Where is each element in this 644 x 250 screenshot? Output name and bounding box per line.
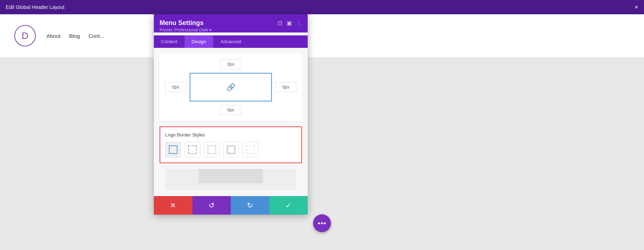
- padding-grid: 🔗: [163, 57, 298, 117]
- border-solid-preview: [169, 145, 177, 154]
- panel-header: Menu Settings ⊡ ▣ ⋮ Preset: Professional…: [154, 14, 308, 32]
- border-none-preview: [246, 145, 255, 154]
- border-styles-label: Logo Border Styles: [165, 132, 296, 138]
- layout-icon-1[interactable]: ⊡: [278, 20, 282, 26]
- border-style-options: [165, 142, 296, 158]
- padding-left-row: [163, 82, 188, 92]
- panel-title-row: Menu Settings ⊡ ▣ ⋮: [160, 19, 302, 27]
- border-styles-section: Logo Border Styles: [160, 126, 302, 163]
- tab-advanced[interactable]: Advanced: [213, 35, 248, 48]
- top-bar-title: Edit Global Header Layout: [6, 4, 64, 10]
- nav-blog[interactable]: Blog: [69, 33, 80, 39]
- preview-strip: [165, 169, 296, 190]
- panel-icon-group: ⊡ ▣ ⋮: [278, 20, 302, 26]
- padding-bottom-input[interactable]: [220, 105, 241, 115]
- border-solid-button[interactable]: [165, 142, 181, 158]
- top-bar: Edit Global Header Layout ×: [0, 0, 644, 14]
- header-preview: D About Blog Cont...: [0, 14, 644, 57]
- padding-left-input[interactable]: [165, 82, 186, 92]
- preview-strip-inner: [199, 169, 263, 183]
- panel-title: Menu Settings: [160, 19, 204, 27]
- fab-dots-icon: •••: [318, 219, 326, 228]
- nav-links: About Blog Cont...: [47, 33, 104, 39]
- panel-preset[interactable]: Preset: Professional Dark: [160, 28, 302, 32]
- border-dashed-button[interactable]: [185, 142, 200, 158]
- padding-top-row: [190, 59, 272, 69]
- padding-right-row: [273, 82, 298, 92]
- padding-section: 🔗: [160, 54, 302, 121]
- panel-tabs: Content Design Advanced: [154, 35, 308, 48]
- link-icon: 🔗: [226, 83, 235, 91]
- panel-body: 🔗 Logo Border Styles: [154, 48, 308, 196]
- border-double-preview: [227, 145, 235, 154]
- more-options-icon[interactable]: ⋮: [296, 20, 302, 26]
- padding-bottom-row: [190, 105, 272, 115]
- logo-letter: D: [22, 30, 29, 41]
- border-dotted-button[interactable]: [204, 142, 220, 158]
- cancel-button[interactable]: ✕: [154, 196, 192, 215]
- panel-actions: ✕ ↺ ↻ ✓: [154, 196, 308, 215]
- tab-design[interactable]: Design: [185, 35, 213, 48]
- border-double-button[interactable]: [223, 142, 239, 158]
- tab-content[interactable]: Content: [154, 35, 185, 48]
- padding-right-input[interactable]: [275, 82, 297, 92]
- border-dashed-preview: [188, 145, 197, 154]
- undo-button[interactable]: ↺: [192, 196, 231, 215]
- logo-circle: D: [14, 25, 36, 46]
- menu-settings-panel: Menu Settings ⊡ ▣ ⋮ Preset: Professional…: [154, 14, 308, 215]
- fab-button[interactable]: •••: [313, 214, 331, 232]
- save-button[interactable]: ✓: [269, 196, 308, 215]
- border-none-button[interactable]: [243, 142, 258, 158]
- redo-button[interactable]: ↻: [231, 196, 269, 215]
- border-dotted-preview: [208, 145, 216, 154]
- close-button[interactable]: ×: [634, 4, 638, 10]
- padding-center-box: 🔗: [190, 73, 272, 101]
- nav-about[interactable]: About: [47, 33, 60, 39]
- layout-icon-2[interactable]: ▣: [287, 20, 292, 26]
- nav-cont[interactable]: Cont...: [88, 33, 104, 39]
- padding-top-input[interactable]: [220, 59, 241, 69]
